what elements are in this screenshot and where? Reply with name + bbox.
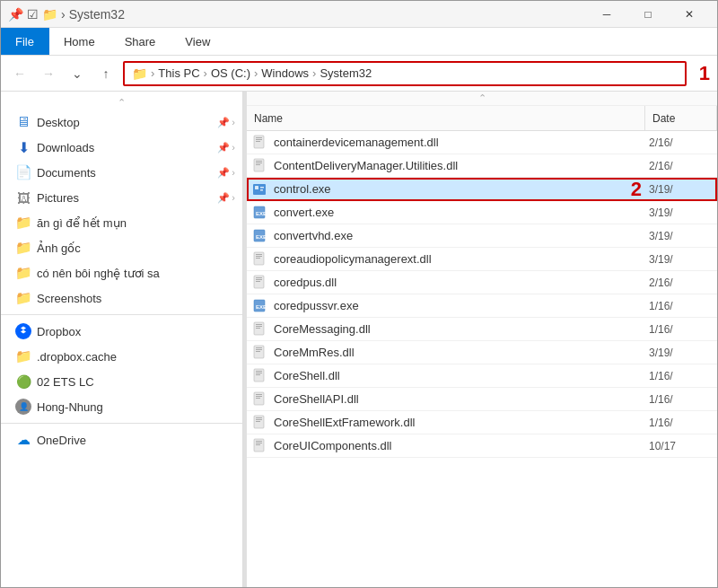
svg-rect-21	[256, 277, 262, 278]
file-date-2: 3/19/	[642, 183, 714, 196]
file-date-1: 2/16/	[642, 160, 714, 172]
file-row-9[interactable]: CoreMmRes.dll 3/19/	[247, 341, 717, 364]
sidebar-item-pictures[interactable]: 🖼 Pictures 📌 ›	[1, 185, 242, 210]
maximize-button[interactable]: □	[627, 1, 669, 28]
file-row-6[interactable]: coredpus.dll 2/16/	[247, 271, 717, 294]
file-name-3: convert.exe	[270, 206, 642, 219]
svg-rect-35	[256, 371, 262, 372]
file-name-7: coredpussvr.exe	[270, 299, 642, 312]
svg-rect-37	[256, 374, 260, 375]
pictures-pin[interactable]: 📌	[217, 192, 230, 204]
file-row-11[interactable]: CoreShellAPI.dll 1/16/	[247, 388, 717, 411]
svg-rect-5	[256, 161, 262, 162]
dropdown-button[interactable]: ⌄	[66, 62, 89, 85]
file-row-4[interactable]: EXE convertvhd.exe 3/19/	[247, 224, 717, 248]
svg-rect-11	[260, 189, 263, 191]
up-button[interactable]: ↑	[94, 62, 118, 85]
file-row-12[interactable]: CoreShellExtFramework.dll 1/16/	[247, 411, 717, 434]
svg-rect-41	[256, 398, 260, 399]
sidebar-item-02-ets-lc[interactable]: 🟢 02 ETS LC	[1, 369, 242, 394]
file-date-10: 1/16/	[642, 370, 714, 382]
sidebar-label-screenshots: Screenshots	[37, 292, 101, 305]
desktop-pin[interactable]: 📌	[217, 117, 230, 128]
file-row-13[interactable]: CoreUIComponents.dll 10/17	[247, 434, 717, 458]
col-header-date[interactable]: Date	[645, 106, 717, 130]
desktop-arrow[interactable]: ›	[232, 117, 235, 128]
pictures-icon: 🖼	[15, 189, 31, 206]
col-header-name[interactable]: Name	[247, 106, 645, 130]
sidebar-item-downloads[interactable]: ⬇ Downloads 📌 ›	[1, 135, 242, 160]
addr-part-osc: OS (C:)	[211, 66, 250, 80]
file-name-2: control.exe	[270, 182, 620, 196]
file-row-7[interactable]: EXE coredpussvr.exe 1/16/	[247, 294, 717, 318]
ribbon-tabs: File Home Share View	[1, 28, 717, 55]
sidebar-label-pictures: Pictures	[37, 191, 79, 205]
svg-text:EXE: EXE	[256, 304, 267, 310]
sidebar-item-screenshots[interactable]: 📁 Screenshots	[1, 285, 242, 311]
file-row-8[interactable]: CoreMessaging.dll 1/16/	[247, 318, 717, 341]
file-row-3[interactable]: EXE convert.exe 3/19/	[247, 201, 717, 224]
title-separator: ›	[61, 7, 66, 22]
dll-icon-10	[250, 366, 270, 386]
dll-icon-11	[250, 390, 270, 409]
file-row-0[interactable]: containerdevicemanagement.dll 2/16/	[247, 131, 717, 154]
hong-nhung-icon: 👤	[15, 399, 31, 415]
address-bar-row: ← → ⌄ ↑ 📁 › This PC › OS (C:) › Windows …	[1, 56, 717, 92]
sidebar-item-folder2[interactable]: 📁 Ảnh gốc	[1, 235, 242, 260]
sidebar-item-desktop[interactable]: 🖥 Desktop 📌 ›	[1, 110, 242, 135]
file-row-1[interactable]: ContentDeliveryManager.Utilities.dll 2/1…	[247, 154, 717, 178]
downloads-arrow[interactable]: ›	[232, 142, 235, 154]
addr-part-thispc: This PC	[158, 66, 199, 80]
desktop-actions: 📌 ›	[217, 117, 235, 128]
file-date-11: 1/16/	[642, 393, 714, 406]
file-date-0: 2/16/	[642, 136, 714, 149]
tab-view[interactable]: View	[171, 28, 225, 55]
file-date-7: 1/16/	[642, 300, 714, 312]
forward-button[interactable]: →	[37, 62, 60, 85]
svg-rect-49	[256, 444, 260, 445]
svg-rect-17	[256, 254, 262, 255]
svg-rect-33	[256, 351, 260, 352]
svg-rect-1	[256, 137, 262, 138]
dll-icon-5	[250, 250, 270, 269]
tab-file[interactable]: File	[1, 28, 49, 55]
documents-icon: 📄	[15, 164, 31, 180]
sidebar-item-onedrive[interactable]: ☁ OneDrive	[1, 427, 242, 452]
documents-arrow[interactable]: ›	[232, 167, 235, 179]
svg-rect-39	[256, 394, 262, 395]
dropbox-cache-icon: 📁	[15, 348, 31, 364]
sidebar-item-dropbox[interactable]: Dropbox	[1, 319, 242, 344]
exe-icon-3: EXE	[250, 203, 270, 223]
minimize-button[interactable]: ─	[586, 1, 627, 28]
close-button[interactable]: ✕	[669, 1, 710, 28]
documents-pin[interactable]: 📌	[217, 167, 230, 179]
downloads-icon: ⬇	[15, 139, 31, 155]
sidebar-item-hong-nhung[interactable]: 👤 Hong-Nhung	[1, 394, 242, 419]
svg-rect-23	[256, 281, 260, 282]
dll-icon-0	[250, 133, 270, 153]
svg-rect-44	[256, 419, 262, 420]
svg-rect-29	[256, 328, 260, 329]
file-name-9: CoreMmRes.dll	[270, 346, 642, 359]
pictures-arrow[interactable]: ›	[232, 192, 235, 204]
sidebar-item-folder1[interactable]: 📁 ăn gì để hết mụn	[1, 210, 242, 235]
file-row-2[interactable]: control.exe 2 3/19/	[247, 178, 717, 201]
folder2-icon: 📁	[15, 240, 31, 256]
file-row-5[interactable]: coreaudiopolicymanagerext.dll 3/19/	[247, 248, 717, 271]
back-button[interactable]: ←	[8, 62, 31, 85]
sidebar-item-dropbox-cache[interactable]: 📁 .dropbox.cache	[1, 344, 242, 369]
sidebar-item-documents[interactable]: 📄 Documents 📌 ›	[1, 160, 242, 185]
file-name-10: CoreShell.dll	[270, 369, 642, 382]
downloads-pin[interactable]: 📌	[217, 142, 230, 154]
file-date-8: 1/16/	[642, 323, 714, 336]
dll-icon-1	[250, 156, 270, 176]
file-name-1: ContentDeliveryManager.Utilities.dll	[270, 159, 642, 172]
svg-rect-48	[256, 443, 262, 443]
tab-home[interactable]: Home	[49, 28, 110, 55]
tab-share[interactable]: Share	[110, 28, 171, 55]
svg-rect-36	[256, 373, 262, 373]
sidebar-item-folder3[interactable]: 📁 có nên bôi nghệ tươi sa	[1, 260, 242, 285]
file-row-10[interactable]: CoreShell.dll 1/16/	[247, 364, 717, 388]
svg-rect-43	[256, 417, 262, 418]
address-box[interactable]: 📁 › This PC › OS (C:) › Windows › System…	[123, 61, 687, 86]
